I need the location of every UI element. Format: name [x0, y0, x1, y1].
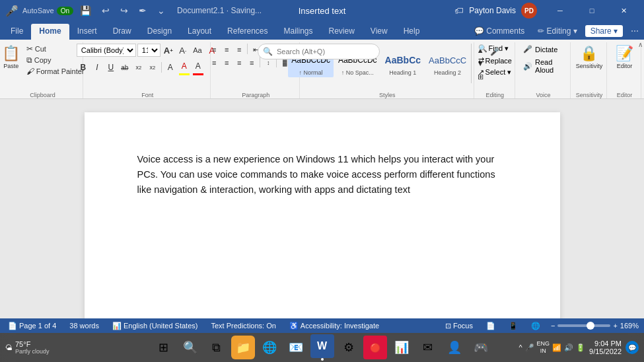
text-effects-button[interactable]: A: [164, 61, 177, 74]
word-count[interactable]: 38 words: [67, 322, 102, 330]
notification-button[interactable]: 💬: [626, 341, 639, 354]
start-button[interactable]: ⊞: [152, 336, 176, 359]
time-area[interactable]: 9:04 PM 9/15/2022: [589, 340, 622, 355]
user-avatar[interactable]: PD: [521, 3, 537, 18]
bullets-button[interactable]: ≡: [208, 44, 220, 55]
undo-icon[interactable]: ↩: [99, 4, 112, 17]
read-aloud-button[interactable]: 🔊 Read Aloud: [520, 57, 566, 75]
tab-layout[interactable]: Layout: [180, 24, 219, 40]
text-predictions[interactable]: Text Predictions: On: [208, 322, 278, 330]
tab-design[interactable]: Design: [139, 24, 180, 40]
tab-view[interactable]: View: [363, 24, 396, 40]
minimize-button[interactable]: ─: [545, 0, 575, 21]
ribbon-icon[interactable]: 🏷: [454, 5, 464, 16]
underline-button[interactable]: U: [104, 61, 118, 74]
focus-label: Focus: [453, 322, 473, 330]
powerpoint-button[interactable]: 📊: [390, 336, 413, 359]
file-explorer-button[interactable]: 📁: [231, 336, 255, 359]
mic-tray-icon[interactable]: 🎤: [525, 344, 534, 352]
tray-chevron[interactable]: ^: [519, 344, 522, 351]
clipboard-content: 📋 Paste ✂Cut ⧉Copy 🖌Format Painter: [0, 42, 87, 88]
app1-button[interactable]: 🔴: [363, 336, 387, 359]
read-aloud-icon: 🔊: [523, 62, 532, 71]
outlook-button[interactable]: ✉: [416, 336, 440, 359]
focus-button[interactable]: ⊡ Focus: [443, 322, 476, 330]
taskbar-left: 🌤 75°F Partly cloudy: [5, 340, 50, 355]
ribbon-actions: 💬 Comments ✏ Editing ▾ Share ▾ ⋯: [469, 25, 644, 40]
save-icon[interactable]: 💾: [77, 4, 94, 17]
editor-button[interactable]: 📝 Editor: [613, 44, 637, 71]
tab-review[interactable]: Review: [321, 24, 363, 40]
editing-button[interactable]: ✏ Editing ▾: [532, 25, 582, 37]
sensitivity-button[interactable]: 🔒 Sensitivity: [573, 44, 606, 71]
collapse-ribbon-button[interactable]: ∧: [638, 41, 643, 48]
font-size-select[interactable]: 11: [137, 44, 161, 57]
taskbar-search-button[interactable]: 🔍: [178, 336, 202, 359]
share-button[interactable]: Share ▾: [585, 25, 623, 37]
accessibility-status[interactable]: ♿ Accessibility: Investigate: [287, 322, 382, 330]
draw-icon[interactable]: ✒: [136, 4, 149, 17]
align-center-button[interactable]: ≡: [221, 57, 233, 69]
font-family-select[interactable]: Calibri (Body): [77, 44, 136, 57]
font-shrink-button[interactable]: A-: [176, 44, 190, 57]
xbox-button[interactable]: 🎮: [469, 336, 493, 359]
font-color-button[interactable]: A: [192, 59, 205, 73]
paste-button[interactable]: 📋 Paste: [0, 44, 23, 71]
superscript-button[interactable]: x2: [146, 61, 159, 74]
numbering-button[interactable]: ≡: [221, 44, 233, 55]
case-button[interactable]: Aa: [191, 44, 204, 57]
zoom-level[interactable]: 169%: [620, 322, 639, 330]
subscript-button[interactable]: x2: [132, 61, 145, 74]
more-icon[interactable]: ⌄: [155, 4, 168, 17]
view-normal-button[interactable]: 📄: [483, 322, 498, 330]
close-button[interactable]: ✕: [608, 0, 639, 21]
tab-mailings[interactable]: Mailings: [275, 24, 320, 40]
autosave-toggle[interactable]: On: [57, 7, 73, 15]
weather-area[interactable]: 🌤 75°F Partly cloudy: [5, 340, 50, 355]
people-button[interactable]: 👤: [443, 336, 466, 359]
zoom-in-button[interactable]: +: [613, 322, 617, 330]
justify-button[interactable]: ≡: [246, 57, 258, 69]
more-options-button[interactable]: ⋯: [626, 25, 644, 37]
search-input[interactable]: [258, 44, 380, 59]
document-page[interactable]: Voice access is a new experience on Wind…: [85, 112, 560, 318]
voice-label: Voice: [536, 92, 550, 98]
strikethrough-button[interactable]: ab: [118, 61, 131, 74]
font-grow-button[interactable]: A+: [162, 44, 175, 57]
comments-button[interactable]: 💬 Comments: [469, 25, 530, 37]
language-status[interactable]: 📊 English (United States): [110, 322, 201, 330]
align-left-button[interactable]: ≡: [208, 57, 220, 69]
zoom-out-button[interactable]: −: [551, 322, 555, 330]
dictate-button[interactable]: 🎤 Dictate: [520, 44, 560, 55]
page-status[interactable]: 📄 Page 1 of 4: [5, 322, 59, 330]
tab-draw[interactable]: Draw: [105, 24, 139, 40]
align-right-button[interactable]: ≡: [233, 57, 245, 69]
doc-name: Document2.1 · Saving...: [177, 6, 262, 15]
zoom-thumb[interactable]: [587, 322, 594, 330]
edge-button[interactable]: 🌐: [258, 336, 281, 359]
mail-button[interactable]: 📧: [284, 336, 308, 359]
redo-icon[interactable]: ↪: [118, 4, 131, 17]
view-mobile-button[interactable]: 📱: [506, 322, 520, 330]
wifi-icon[interactable]: 📶: [552, 344, 561, 352]
zoom-slider[interactable]: [557, 324, 610, 327]
italic-button[interactable]: I: [90, 61, 104, 74]
tab-home[interactable]: Home: [31, 24, 69, 40]
tab-file[interactable]: File: [3, 24, 31, 40]
battery-icon[interactable]: 🔋: [576, 344, 585, 352]
bold-button[interactable]: B: [77, 61, 90, 74]
word-button[interactable]: W: [310, 334, 334, 358]
editing-label: Editing: [486, 92, 505, 98]
lang-indicator[interactable]: ENGIN: [537, 340, 550, 355]
tab-help[interactable]: Help: [396, 24, 428, 40]
task-view-button[interactable]: ⧉: [205, 336, 229, 359]
settings-button[interactable]: ⚙: [337, 336, 361, 359]
tab-references[interactable]: References: [219, 24, 275, 40]
tab-insert[interactable]: Insert: [69, 24, 105, 40]
maximize-button[interactable]: □: [577, 0, 607, 21]
view-web-button[interactable]: 🌐: [528, 322, 543, 330]
highlight-button[interactable]: A: [178, 59, 191, 73]
multilevel-button[interactable]: ≡: [233, 44, 245, 55]
select-button[interactable]: ↗ Select ▾: [476, 67, 514, 77]
volume-icon[interactable]: 🔊: [564, 344, 573, 352]
